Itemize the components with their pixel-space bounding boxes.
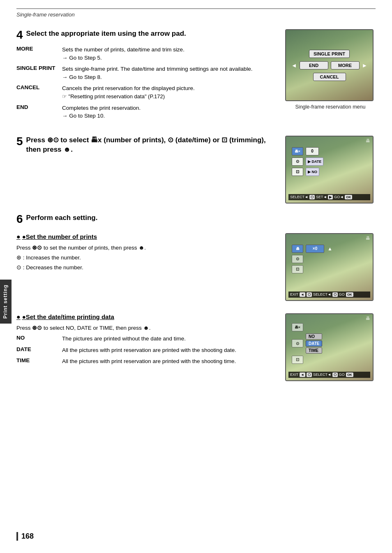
screen1-cancel-label: CANCEL <box>320 74 339 79</box>
step5-section: 5 Press ⊛⊙ to select 🖶x (number of print… <box>16 136 376 204</box>
screen3-overlay: 🖶 🖶 ×0 ▲ ⊙ ⊡ <box>286 234 373 300</box>
screen4-no-btn: NO <box>306 333 322 340</box>
screen2-set-btn: ▶ <box>328 195 333 199</box>
screen3-exit-btn: ◄ <box>300 292 305 297</box>
def-date: DATE All the pictures with print reserva… <box>16 346 277 354</box>
bullet-dot-datetime: ● <box>16 313 21 321</box>
screen3-toolbar: EXIT ◄ ⬡ SELECT◄ ⬡ GO OK <box>288 292 370 298</box>
screen4-toolbar: EXIT ◄ ⬡ SELECT◄ ⬡ GO OK <box>288 372 370 378</box>
screen3-prints-value: ×0 <box>306 245 324 253</box>
step4-definitions: MORE Sets the number of prints, date/tim… <box>16 46 277 120</box>
step6-header: 6 Perform each setting. <box>16 213 376 230</box>
screen2-trim-icon: ⊡ <box>292 168 303 176</box>
step5-title: 5 Press ⊛⊙ to select 🖶x (number of print… <box>16 136 277 155</box>
set-prints-left: ● ●Set the number of prints Press ⊛⊙ to … <box>16 233 277 301</box>
screen2-date-value: ▶ DATE <box>306 157 323 166</box>
screen4-exit-btn: ◄ <box>300 373 305 377</box>
term-single-print: SINGLE PRINT <box>16 65 55 71</box>
desc-end-text: Completes the print reservation. <box>62 105 141 111</box>
screen1-single-print-btn: SINGLE PRINT <box>309 50 350 58</box>
screen2-prints-value: 0 <box>306 147 319 155</box>
screen2-prints-icon: 🖶× <box>292 147 303 155</box>
step5-title-text: Press ⊛⊙ to select 🖶x (number of prints)… <box>26 136 266 153</box>
screen1-caption: Single-frame reservation menu <box>285 104 376 110</box>
screen3-trim-row: ⊡ <box>292 265 367 273</box>
screen1-more-label: MORE <box>338 63 352 68</box>
screen3-go-label: GO <box>339 292 345 296</box>
desc-more-arrow: → Go to Step 5. <box>62 55 102 61</box>
screen3-trim-icon: ⊡ <box>292 265 303 273</box>
screen2-trim-row: ⊡ ▶ NO <box>292 168 367 176</box>
set-prints-body: Press ⊛⊙ to set the number of prints, th… <box>16 244 277 252</box>
screen1-overlay: SINGLE PRINT ◄ END MORE ► CANCEL <box>286 30 373 100</box>
screen4-select-val-btn: ⬡ <box>332 373 338 377</box>
screen3-select-val-btn: ⬡ <box>332 292 338 297</box>
step4-title: 4 Select the appropriate item using the … <box>16 29 277 41</box>
screen2: 🖶 🖶× 0 ⊙ ▶ DATE <box>285 136 374 204</box>
screen3-prints-icon: 🖶 <box>292 245 303 253</box>
screen4-date-btn: DATE <box>306 340 322 347</box>
set-datetime-right: 🖶 🖶× ⊙ NO DATE TIME <box>285 313 376 381</box>
desc-cancel: Cancels the print reservation for the di… <box>62 84 277 100</box>
screen2-date-row: ⊙ ▶ DATE <box>292 157 367 166</box>
screen1-end-btn: END <box>300 61 328 69</box>
screen4-trim-row: ⊡ <box>292 356 367 364</box>
set-datetime-body: Press ⊛⊙ to select NO, DATE or TIME, the… <box>16 324 277 332</box>
datetime-defs: NO The pictures are printed without the … <box>16 335 277 366</box>
def-single-print: SINGLE PRINT Sets single-frame print. Th… <box>16 65 277 81</box>
screen3: 🖶 🖶 ×0 ▲ ⊙ ⊡ <box>285 233 374 301</box>
term-date: DATE <box>16 346 55 352</box>
step5-left: 5 Press ⊛⊙ to select 🖶x (number of print… <box>16 136 277 204</box>
step4-title-text: Select the appropriate item using the ar… <box>26 30 186 37</box>
page-number: 168 <box>16 532 34 541</box>
screen1: SINGLE PRINT ◄ END MORE ► CANCEL <box>285 29 374 101</box>
step6-title-area: 6 Perform each setting. <box>16 213 376 230</box>
step6-title-text: Perform each setting. <box>26 214 98 222</box>
screen4: 🖶 🖶× ⊙ NO DATE TIME <box>285 313 374 381</box>
screen2-corner-icon: 🖶 <box>366 138 370 143</box>
desc-cancel-note: ☞ "Resetting print reservation data" (P.… <box>62 93 165 99</box>
screen3-corner-icon: 🖶 <box>366 236 370 241</box>
screen2-ok-btn: OK <box>345 195 352 199</box>
screen3-date-row: ⊙ <box>292 255 367 263</box>
step4-number: 4 <box>16 29 23 41</box>
term-no: NO <box>16 335 55 341</box>
screen2-prints-row: 🖶× 0 <box>292 147 367 155</box>
def-end: END Completes the print reservation. → G… <box>16 104 277 120</box>
screen4-select-btn: ⬡ <box>307 373 312 377</box>
step4-section: 4 Select the appropriate item using the … <box>16 29 376 123</box>
screen3-menu: 🖶 ×0 ▲ ⊙ ⊡ <box>288 245 370 292</box>
set-prints-right: 🖶 🖶 ×0 ▲ ⊙ ⊡ <box>285 233 376 301</box>
screen4-corner-icon: 🖶 <box>366 316 370 321</box>
screen1-more-btn: MORE <box>331 61 360 69</box>
header-text: Single-frame reservation <box>16 12 75 18</box>
screen2-select-label: SELECT◄ <box>290 195 308 199</box>
screen4-date-icon: ⊙ <box>292 339 303 347</box>
screen4-exit-label: EXIT <box>290 373 298 377</box>
screen3-exit-label: EXIT <box>290 292 298 296</box>
page-container: Print setting Single-frame reservation 4… <box>0 0 392 553</box>
screen3-prints-row: 🖶 ×0 ▲ <box>292 245 367 253</box>
step5-right: 🖶 🖶× 0 ⊙ ▶ DATE <box>285 136 376 204</box>
screen4-prints-icon: 🖶× <box>292 323 303 331</box>
side-tab: Print setting <box>0 280 12 324</box>
set-datetime-title-text: ●Set the date/time printing data <box>22 313 114 320</box>
def-time: TIME All the pictures with print reserva… <box>16 357 277 366</box>
screen2-menu: 🖶× 0 ⊙ ▶ DATE ⊡ ▶ NO <box>288 147 370 194</box>
screen3-scroll-up: ▲ <box>327 246 332 252</box>
desc-more: Sets the number of prints, date/time and… <box>62 46 277 62</box>
step6-number: 6 <box>16 213 23 225</box>
screen2-set-label: SET◄ <box>316 195 327 199</box>
set-prints-down: ⊙ : Decreases the number. <box>16 264 277 272</box>
step4-right: SINGLE PRINT ◄ END MORE ► CANCEL <box>285 29 376 123</box>
set-datetime-left: ● ●Set the date/time printing data Press… <box>16 313 277 381</box>
term-end: END <box>16 104 55 110</box>
screen4-date-outer-row: ⊙ NO DATE TIME <box>292 333 367 354</box>
def-more: MORE Sets the number of prints, date/tim… <box>16 46 277 62</box>
desc-more-text: Sets the number of prints, date/time and… <box>62 46 184 53</box>
screen2-date-icon: ⊙ <box>292 157 303 166</box>
set-prints-up: ⊛ : Increases the number. <box>16 254 277 262</box>
screen4-prints-row: 🖶× <box>292 323 367 331</box>
step5-number: 5 <box>16 136 23 147</box>
set-prints-section: ● ●Set the number of prints Press ⊛⊙ to … <box>16 233 376 301</box>
